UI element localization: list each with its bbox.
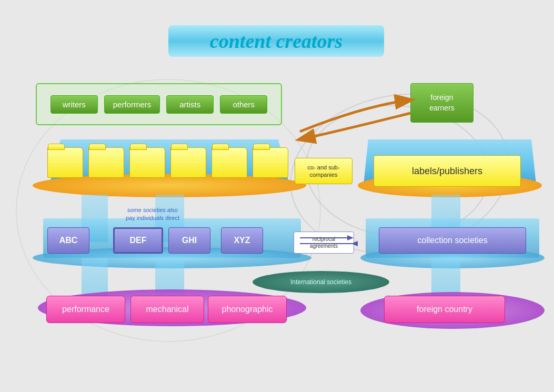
labels-publishers-box: labels/publishers [374,155,521,187]
mechanical-box: mechanical [130,296,204,323]
folder-item-4 [170,147,206,178]
phonographic-box: phonographic [208,296,287,323]
foreign-earners-box: foreign earners [410,83,474,123]
folder-item-2 [88,147,124,178]
creators-box: writers performers artists others [36,83,282,125]
folder-item-5 [211,147,247,178]
performance-box: performance [46,296,125,323]
folder-item-1 [47,147,83,178]
performers-box: performers [104,95,160,114]
artists-box: artists [166,95,214,114]
title-banner: content creators [168,25,384,57]
labels-publishers-label: labels/publishers [412,166,482,177]
others-box: others [220,95,267,114]
reciprocal-label: reciprocal agreements [310,236,338,249]
foreign-country-box: foreign country [384,296,505,323]
society-ghi-box: GHI [168,227,210,254]
collection-societies-box: collection societies [379,227,526,254]
page-title: content creators [210,29,343,53]
society-def-box: DEF [113,227,163,254]
intl-societies-label: International societies [290,278,351,286]
society-abc-box: ABC [47,227,89,254]
writers-box: writers [51,95,98,114]
folder-item-6 [253,147,288,178]
reciprocal-agreements-box: reciprocal agreements [294,232,354,254]
folder-item-3 [129,147,165,178]
co-companies-label: co- and sub- companies [307,164,339,179]
foreign-earners-label: foreign earners [429,93,454,113]
co-companies-box: co- and sub- companies [295,158,352,184]
societies-note: some societies also pay individuals dire… [113,206,192,223]
folder-items-container [47,147,288,178]
society-xyz-box: XYZ [221,227,263,254]
